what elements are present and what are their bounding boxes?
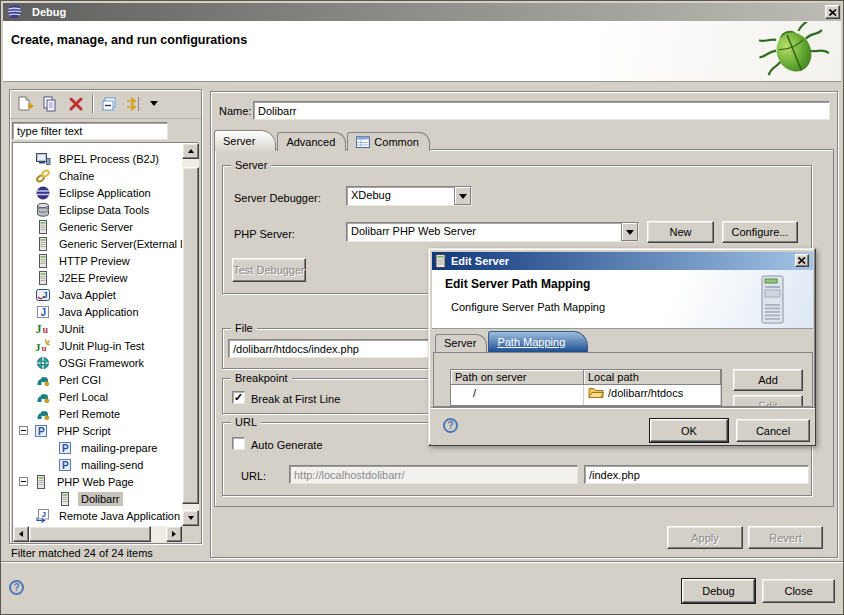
scroll-left-icon[interactable] <box>13 526 29 542</box>
tree-item-perl-cgi[interactable]: Perl CGI <box>13 371 182 388</box>
ok-button[interactable]: OK <box>650 419 728 442</box>
collapse-toggle-icon[interactable] <box>19 426 28 435</box>
tab-advanced[interactable]: Advanced <box>277 132 346 151</box>
scroll-right-icon[interactable] <box>166 526 182 542</box>
scroll-up-icon[interactable] <box>182 143 199 159</box>
tree-item-eclipse-data-tools[interactable]: Eclipse Data Tools <box>13 201 182 218</box>
window-titlebar[interactable]: Debug <box>3 3 841 21</box>
debug-button[interactable]: Debug <box>682 579 755 603</box>
breakpoint-group-title: Breakpoint <box>231 372 292 384</box>
url-path-input[interactable] <box>584 465 809 484</box>
tree-item-junit-plug-in-test[interactable]: JuJUnit Plug-in Test <box>13 337 182 354</box>
tree-vscrollbar[interactable] <box>182 143 199 526</box>
column-path-on-server[interactable]: Path on server <box>451 370 584 385</box>
tree-item-dolibarr[interactable]: Dolibarr <box>13 490 182 507</box>
column-local-path[interactable]: Local path <box>584 370 721 385</box>
dialog-help-icon[interactable]: ? <box>443 418 458 433</box>
tree-item-label: PHP Web Page <box>54 475 137 489</box>
new-launch-config-icon[interactable] <box>16 95 34 115</box>
php-server-combobox[interactable]: Dolibarr PHP Web Server <box>346 222 639 242</box>
tree-item-osgi-framework[interactable]: OSGi Framework <box>13 354 182 371</box>
tree-item-java-applet[interactable]: JJava Applet <box>13 286 182 303</box>
dialog-close-button[interactable] <box>795 254 809 267</box>
tree-item-bpel-process-b2j[interactable]: BPEL Process (B2J) <box>13 150 182 167</box>
header-banner: Create, manage, and run configurations <box>3 21 841 82</box>
page-title: Create, manage, and run configurations <box>11 33 247 47</box>
filter-input[interactable] <box>12 122 168 140</box>
tree-item-eclipse-application[interactable]: Eclipse Application <box>13 184 182 201</box>
combo-dropdown-icon[interactable] <box>454 187 471 205</box>
combo-dropdown-icon[interactable] <box>621 223 638 241</box>
tree-item-label: HTTP Preview <box>56 254 133 268</box>
path-mapping-empty-row <box>451 401 721 406</box>
auto-generate-checkbox[interactable] <box>232 437 245 450</box>
close-button[interactable]: Close <box>762 579 835 603</box>
tree-item-label: Eclipse Application <box>56 186 154 200</box>
name-input[interactable] <box>253 101 830 120</box>
test-debugger-button[interactable]: Test Debugger <box>232 258 306 282</box>
junit-icon: Ju <box>35 321 51 337</box>
help-icon[interactable]: ? <box>9 580 24 595</box>
tree-item-java-application[interactable]: JJava Application <box>13 303 182 320</box>
menu-dropdown-icon[interactable] <box>150 97 158 110</box>
server-tower-image <box>758 274 788 328</box>
dialog-tab-path-mapping[interactable]: Path Mapping <box>488 331 588 352</box>
break-first-line-checkbox[interactable]: ✓ <box>232 391 245 404</box>
dialog-footer: ? OK Cancel <box>431 407 815 445</box>
tree-item-mailing-send[interactable]: Pmailing-send <box>13 456 182 473</box>
java-application-icon: J <box>35 304 51 320</box>
tree-item-label: JUnit <box>56 322 87 336</box>
edit-mapping-button[interactable]: Edit <box>733 395 803 407</box>
tree-item-perl-local[interactable]: Perl Local <box>13 388 182 405</box>
database-icon <box>35 202 51 218</box>
tree-item-mailing-prepare[interactable]: Pmailing-prepare <box>13 439 182 456</box>
tab-common[interactable]: Common <box>347 132 430 151</box>
add-mapping-button[interactable]: Add <box>733 369 803 391</box>
scroll-down-icon[interactable] <box>182 510 199 526</box>
toolbar-separator <box>92 94 93 114</box>
tree-item-label: Java Application <box>56 305 142 319</box>
path-mapping-table[interactable]: Path on server Local path //dolibarr/htd… <box>450 369 722 406</box>
tree-item-cha-ne[interactable]: Chaîne <box>13 167 182 184</box>
server-icon <box>57 491 73 507</box>
debug-bug-icon <box>753 22 835 82</box>
svg-text:J: J <box>36 322 42 336</box>
collapse-all-icon[interactable] <box>100 95 118 115</box>
server-icon <box>435 254 446 268</box>
hscroll-thumb[interactable] <box>29 526 151 542</box>
server-debugger-combobox[interactable]: XDebug <box>346 186 472 206</box>
duplicate-launch-config-icon[interactable] <box>41 95 59 115</box>
tree-item-label: Generic Server <box>56 220 136 234</box>
tab-server[interactable]: Server <box>214 130 276 151</box>
new-server-button[interactable]: New <box>647 221 714 243</box>
apply-button[interactable]: Apply <box>667 526 743 549</box>
tree-item-perl-remote[interactable]: Perl Remote <box>13 405 182 422</box>
dialog-titlebar[interactable]: Edit Server <box>432 252 813 270</box>
tree-item-j2ee-preview[interactable]: J2EE Preview <box>13 269 182 286</box>
window-close-button[interactable] <box>825 5 840 19</box>
tree-item-generic-server[interactable]: Generic Server <box>13 218 182 235</box>
tree-item-generic-server-external-la[interactable]: Generic Server(External La <box>13 235 182 252</box>
tree-item-label: mailing-prepare <box>78 441 160 455</box>
tree-item-php-script[interactable]: PPHP Script <box>13 422 182 439</box>
tree-item-php-web-page[interactable]: PHP Web Page <box>13 473 182 490</box>
svg-text:J: J <box>41 306 47 317</box>
dialog-heading: Edit Server Path Mapping <box>445 277 590 291</box>
tree-item-junit[interactable]: JuJUnit <box>13 320 182 337</box>
revert-button[interactable]: Revert <box>748 526 823 549</box>
configure-server-button[interactable]: Configure... <box>722 221 798 243</box>
cancel-button[interactable]: Cancel <box>736 419 810 442</box>
vscroll-thumb[interactable] <box>182 167 199 504</box>
tree-item-label: JUnit Plug-in Test <box>56 339 147 353</box>
filter-launch-configs-icon[interactable] <box>125 95 143 115</box>
tree-hscrollbar[interactable] <box>13 526 182 542</box>
tree-item-http-preview[interactable]: HTTP Preview <box>13 252 182 269</box>
svg-text:P: P <box>62 442 69 453</box>
delete-launch-config-icon[interactable] <box>67 95 85 115</box>
path-mapping-row[interactable]: //dolibarr/htdocs <box>451 385 721 401</box>
tree-item-remote-java-application[interactable]: JRemote Java Application <box>13 507 182 524</box>
perl-icon <box>35 406 51 422</box>
collapse-toggle-icon[interactable] <box>19 477 28 486</box>
chain-icon <box>35 168 51 184</box>
dialog-tab-server[interactable]: Server <box>435 334 487 352</box>
